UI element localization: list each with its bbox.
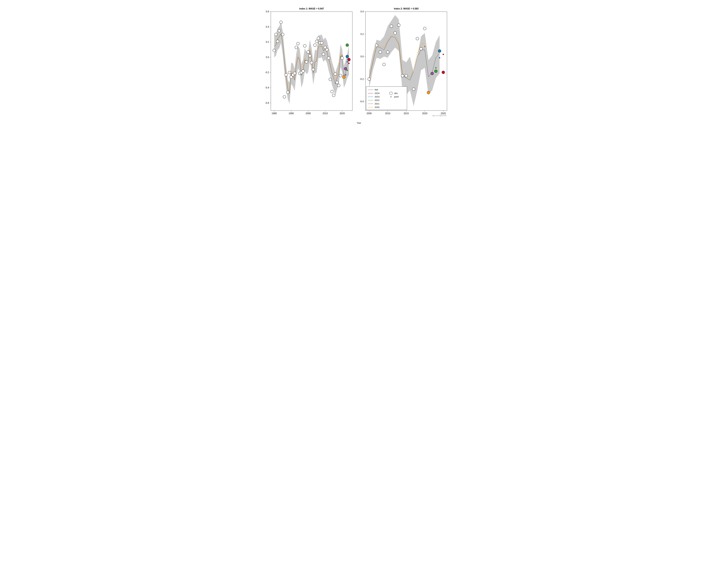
pred-point [443, 54, 444, 55]
obs-point [334, 73, 337, 76]
obs-point [317, 37, 320, 40]
legend-line-label: 2022 [374, 99, 380, 102]
svg-text:0.6: 0.6 [266, 10, 269, 13]
svg-text:-0.2: -0.2 [360, 78, 364, 80]
pred-point [427, 91, 430, 94]
svg-text:2025: 2025 [441, 112, 446, 115]
obs-point [423, 27, 426, 30]
obs-point [320, 41, 323, 44]
svg-text:-0.2: -0.2 [265, 71, 269, 74]
legend-line-label: 2024 [374, 92, 380, 94]
obs-point [394, 32, 397, 34]
obs-point [341, 57, 344, 59]
obs-point [339, 74, 342, 77]
obs-point [310, 61, 313, 64]
svg-text:0.0: 0.0 [361, 55, 364, 58]
obs-point [331, 90, 333, 93]
panel-title: Index 1: MASE = 0.947 [299, 7, 324, 10]
pred-point [431, 72, 434, 75]
x-axis-label: Year [357, 122, 361, 124]
obs-point [401, 74, 404, 77]
obs-point [322, 53, 325, 56]
chart-canvas: -0.6-0.4-0.20.00.20.40.61980199020002010… [256, 3, 472, 134]
obs-point [281, 33, 284, 36]
legend: Ref20242023202220212020obspred [366, 87, 407, 110]
obs-point [379, 51, 382, 54]
obs-point [308, 54, 311, 57]
svg-text:2015: 2015 [404, 112, 409, 115]
pred-point [435, 70, 437, 73]
pred-point [439, 57, 440, 58]
svg-text:2000: 2000 [306, 112, 311, 115]
credit-text: spict_v1.3.8@107a32 [432, 115, 446, 116]
obs-point [420, 47, 422, 50]
obs-point [295, 46, 298, 49]
pred-point [346, 44, 349, 47]
svg-text:-0.4: -0.4 [265, 86, 269, 89]
obs-point [288, 71, 291, 74]
pred-point [346, 55, 349, 58]
obs-point [315, 40, 318, 43]
obs-point [285, 73, 288, 76]
svg-text:0.2: 0.2 [266, 41, 269, 43]
obs-point [326, 48, 328, 51]
svg-text:2020: 2020 [340, 112, 345, 115]
pred-point [347, 70, 348, 71]
svg-rect-46 [366, 87, 407, 110]
obs-point [305, 60, 308, 63]
pred-point [438, 50, 441, 52]
obs-point [329, 78, 332, 81]
obs-point [327, 57, 330, 59]
svg-text:-0.6: -0.6 [265, 102, 269, 104]
legend-marker-label: pred [394, 95, 398, 98]
obs-point [336, 81, 339, 84]
obs-point [283, 95, 286, 99]
svg-point-54 [390, 96, 391, 98]
pred-point [344, 67, 347, 70]
svg-text:2020: 2020 [422, 112, 427, 115]
obs-point [397, 24, 400, 27]
svg-text:0.2: 0.2 [361, 33, 364, 35]
obs-point [313, 44, 316, 47]
obs-point [286, 91, 289, 94]
pred-point [342, 55, 343, 56]
obs-point [278, 29, 281, 32]
obs-point [386, 51, 389, 54]
obs-point [405, 74, 408, 77]
obs-point [296, 42, 300, 45]
obs-point [375, 44, 378, 47]
svg-point-53 [389, 92, 392, 95]
svg-text:2010: 2010 [323, 112, 328, 115]
legend-line-label: 2020 [374, 106, 380, 108]
obs-point [275, 33, 277, 36]
obs-point [412, 88, 415, 91]
obs-point [312, 68, 315, 71]
svg-text:1990: 1990 [289, 112, 294, 115]
pred-point [424, 46, 425, 47]
svg-text:-0.4: -0.4 [360, 100, 364, 103]
legend-marker-label: obs [394, 92, 398, 94]
obs-point [332, 94, 335, 97]
pred-point [442, 71, 445, 74]
obs-point [307, 51, 310, 53]
obs-point [302, 70, 305, 73]
pred-point [347, 61, 348, 62]
svg-text:2010: 2010 [385, 112, 390, 115]
legend-line-label: 2023 [374, 95, 380, 98]
svg-text:0.0: 0.0 [266, 56, 269, 58]
svg-text:2005: 2005 [367, 112, 372, 115]
pred-point [348, 63, 349, 64]
obs-point [280, 21, 283, 24]
pred-point [345, 74, 346, 75]
pred-point [347, 58, 350, 61]
obs-point [383, 63, 385, 66]
pred-point [435, 67, 437, 68]
obs-point [293, 72, 296, 75]
obs-point [337, 84, 340, 87]
obs-point [276, 40, 279, 43]
svg-text:0.4: 0.4 [361, 10, 364, 13]
obs-point [368, 78, 370, 81]
legend-line-label: Ref [374, 88, 378, 91]
obs-point [390, 25, 393, 28]
obs-point [303, 45, 306, 47]
